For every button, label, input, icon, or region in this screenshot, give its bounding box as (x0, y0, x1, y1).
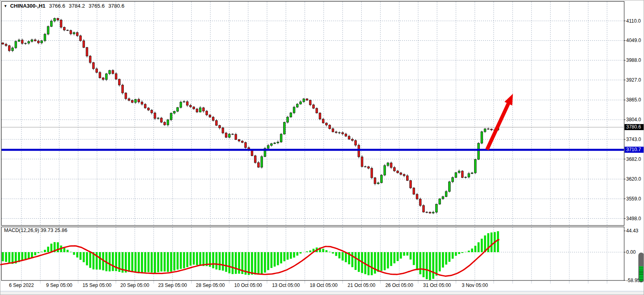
candle-body (15, 41, 17, 48)
macd-histogram-bar (238, 252, 240, 274)
candle-body (319, 113, 321, 119)
candle-body (119, 79, 121, 85)
candle-body (449, 182, 451, 192)
candle-body (148, 108, 150, 110)
candle-body (410, 181, 412, 188)
candle-body (212, 117, 214, 120)
candle-body (345, 134, 347, 136)
time-tick-label: 26 Oct 05:00 (386, 282, 413, 288)
macd-histogram-bar (368, 252, 370, 275)
candle-body (297, 104, 299, 107)
candle-body (332, 129, 334, 132)
candle-body (177, 107, 179, 112)
macd-histogram-bar (41, 252, 43, 252)
macd-histogram-bar (21, 252, 23, 261)
candle-body (400, 173, 402, 175)
candle-body (293, 107, 295, 113)
time-tick-label: 15 Sep 05:00 (83, 282, 111, 288)
macd-histogram-bar (267, 252, 269, 270)
candle-body (219, 125, 221, 128)
macd-histogram-bar (219, 252, 221, 270)
candle-body (80, 36, 82, 40)
candle-body (44, 34, 46, 41)
candle-body (209, 115, 211, 117)
ohlc-low: 3765.6 (89, 3, 105, 9)
macd-histogram-bar (67, 250, 69, 252)
symbol-dropdown-icon[interactable]: ▼ (4, 4, 7, 8)
candle-body (238, 139, 240, 141)
candle-body (364, 166, 366, 167)
macd-histogram-bar (271, 252, 273, 268)
candle-body (478, 143, 480, 159)
candle-body (426, 212, 428, 213)
candle-body (475, 159, 477, 173)
candle-body (86, 47, 88, 56)
candle-body (8, 46, 11, 51)
candle-body (374, 178, 376, 184)
macd-histogram-bar (258, 252, 260, 274)
macd-histogram-bar (390, 252, 392, 266)
main-price-pane[interactable] (2, 2, 625, 226)
candle-body (335, 132, 337, 133)
macd-histogram-bar (419, 252, 422, 274)
candle-body (141, 102, 143, 104)
candle-body (241, 141, 244, 143)
candle-body (290, 113, 292, 117)
macd-pane[interactable] (2, 227, 625, 281)
macd-histogram-bar (442, 252, 444, 268)
candle-body (89, 56, 91, 63)
macd-histogram-bar (309, 251, 311, 252)
candle-body (54, 18, 56, 21)
ohlc-high: 3784.2 (69, 3, 85, 9)
symbol-timeframe-label: CHINA300-,H1 (10, 3, 45, 9)
candle-body (125, 93, 127, 99)
macd-tick-label: 44.43 (626, 228, 638, 234)
candle-body (99, 72, 101, 78)
macd-histogram-bar (109, 252, 111, 272)
candle-body (47, 27, 49, 34)
macd-histogram-bar (47, 247, 49, 252)
candle-body (394, 167, 396, 171)
candle-body (161, 118, 163, 122)
macd-histogram-bar (277, 252, 279, 265)
price-tick-label: 4110.0 (626, 18, 641, 24)
macd-histogram-bar (465, 252, 467, 252)
candle-body (12, 48, 14, 51)
macd-histogram-bar (335, 252, 337, 256)
macd-histogram-bar (225, 252, 227, 272)
price-tick-label: 3559.0 (626, 196, 641, 202)
chart-canvas[interactable] (0, 0, 644, 295)
macd-histogram-bar (57, 242, 59, 252)
macd-histogram-bar (322, 249, 324, 252)
macd-histogram-bar (83, 252, 85, 262)
macd-histogram-bar (475, 246, 477, 252)
candle-body (180, 102, 182, 107)
candle-body (413, 188, 415, 194)
candle-body (41, 41, 43, 43)
macd-histogram-bar (394, 252, 396, 263)
scrollbar-thumb[interactable] (638, 253, 644, 282)
time-tick-label: 6 Sep 2022 (9, 282, 34, 288)
macd-histogram-bar (148, 252, 150, 272)
macd-histogram-bar (491, 232, 493, 252)
macd-histogram-bar (280, 252, 282, 263)
candle-body (235, 134, 237, 139)
macd-histogram-bar (397, 252, 399, 261)
candle-body (245, 143, 247, 148)
macd-histogram-bar (190, 252, 192, 266)
window-bottom-edge (0, 291, 644, 295)
candle-body (258, 162, 260, 167)
macd-histogram-bar (141, 252, 143, 273)
time-tick-label: 31 Oct 05:00 (423, 282, 451, 288)
macd-histogram-bar (339, 252, 341, 258)
time-tick-label: 10 Oct 05:00 (234, 282, 262, 288)
candle-body (390, 163, 392, 167)
macd-tick-label: 0.00 (626, 249, 636, 255)
candle-body (216, 120, 218, 125)
macd-histogram-bar (449, 252, 451, 262)
ohlc-open: 3766.6 (49, 3, 65, 9)
macd-histogram-bar (481, 239, 483, 252)
scrollbar-stripes (639, 266, 643, 282)
candle-body (313, 105, 315, 108)
candle-body (131, 100, 133, 102)
